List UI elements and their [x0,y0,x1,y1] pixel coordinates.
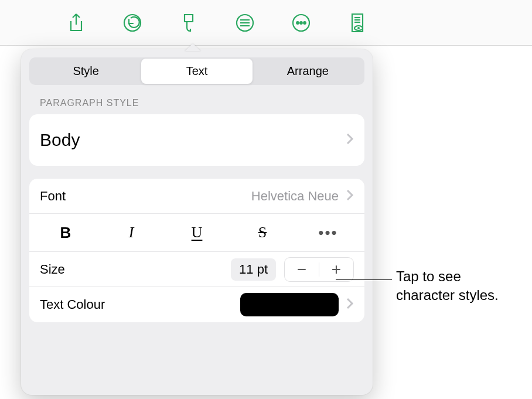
paragraph-style-row[interactable]: Body [29,114,364,166]
svg-point-13 [357,27,360,29]
svg-point-6 [296,22,299,24]
more-button[interactable] [289,11,313,35]
share-button[interactable] [64,11,88,35]
font-value: Helvetica Neue [251,189,339,204]
more-text-options-button[interactable]: ••• [295,214,361,251]
toolbar [0,0,532,46]
size-label: Size [40,262,65,277]
underline-button[interactable]: U [164,214,230,251]
popover-arrow [184,42,202,50]
paragraph-style-section-label: PARAGRAPH STYLE [29,98,364,114]
tab-text[interactable]: Text [141,59,252,84]
callout-line-1: Tap to see [396,267,499,286]
size-row: Size 11 pt − + [29,252,364,287]
format-brush-button[interactable] [177,11,200,35]
paragraph-style-value: Body [40,130,80,150]
strikethrough-button[interactable]: S [230,214,295,251]
tab-segmented-control: Style Text Arrange [29,57,364,85]
text-colour-row[interactable]: Text Colour [29,287,364,322]
svg-point-8 [303,22,306,24]
font-card: Font Helvetica Neue B I U S ••• Size 11 … [29,179,364,322]
svg-point-7 [300,22,302,24]
document-view-button[interactable] [346,11,369,35]
tab-arrange[interactable]: Arrange [253,59,363,84]
bold-button[interactable]: B [33,214,98,251]
font-row[interactable]: Font Helvetica Neue [29,179,364,214]
callout-leader-line [336,279,392,280]
size-value[interactable]: 11 pt [231,258,276,281]
font-label: Font [40,189,66,204]
text-colour-label: Text Colour [40,297,105,312]
size-increase-button[interactable]: + [319,258,353,281]
format-popover: Style Text Arrange PARAGRAPH STYLE Body … [21,49,373,395]
chevron-right-icon [346,297,354,312]
callout-line-2: character styles. [396,286,499,305]
chevron-right-icon [346,189,354,204]
callout-text: Tap to see character styles. [396,267,499,305]
format-buttons-row: B I U S ••• [29,214,364,252]
italic-button[interactable]: I [98,214,164,251]
size-decrease-button[interactable]: − [285,258,319,281]
paragraph-style-card: Body [29,114,364,166]
insert-button[interactable] [233,11,257,35]
tab-style[interactable]: Style [30,59,141,84]
text-colour-swatch[interactable] [240,293,339,316]
size-stepper: − + [284,257,354,282]
chevron-right-icon [346,132,354,148]
undo-button[interactable] [121,11,144,35]
